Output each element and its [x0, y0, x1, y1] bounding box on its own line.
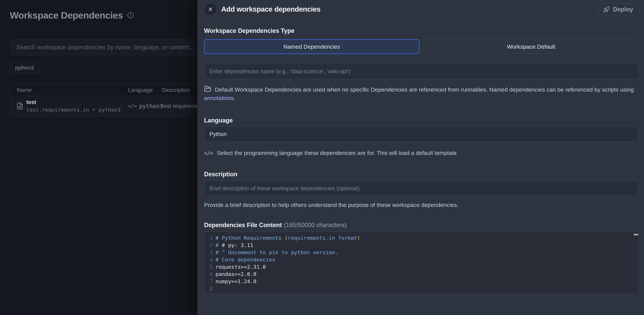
code-line: 5 requests>=2.31.0: [204, 263, 638, 270]
folder-open-icon: [204, 85, 212, 92]
rocket-icon: [603, 6, 610, 13]
language-select[interactable]: [204, 126, 638, 142]
description-input[interactable]: [204, 181, 638, 196]
deploy-button[interactable]: Deploy: [597, 3, 639, 15]
editor-scrollbar-thumb[interactable]: [634, 234, 638, 235]
page-title-row: Workspace Dependencies: [10, 10, 134, 21]
filter-chip-label: python3: [15, 65, 34, 71]
language-help-text: </>Select the programming language these…: [204, 149, 636, 157]
column-header-language[interactable]: Language: [128, 84, 153, 96]
line-number: 7: [204, 278, 213, 284]
table-row[interactable]: test test.requirements.in • python3 </> …: [10, 96, 197, 116]
workspace-dependencies-panel: Workspace Dependencies python3 Name Lang…: [0, 0, 197, 315]
dependencies-file-editor[interactable]: 1 # Python Requirements (requirements.in…: [204, 232, 638, 294]
dependency-meta: test.requirements.in • python3: [26, 107, 121, 113]
type-help-suffix: .: [234, 95, 235, 101]
line-number: 5: [204, 264, 213, 270]
character-counter: (165/50000 characters): [284, 222, 346, 229]
type-option-workspace-default[interactable]: Workspace Default: [424, 39, 639, 54]
close-button[interactable]: [204, 3, 217, 16]
line-number: 8: [204, 286, 213, 292]
dependency-language: python3: [139, 103, 162, 109]
description-section-label: Description: [204, 171, 238, 178]
type-section-label: Workspace Dependencies Type: [204, 27, 294, 34]
line-number: 6: [204, 271, 213, 277]
modal-body: Workspace Dependencies Type Named Depend…: [204, 18, 638, 315]
add-workspace-dependencies-modal: Add workspace dependencies Deploy Worksp…: [197, 0, 644, 315]
close-icon: [208, 7, 213, 12]
language-section-label: Language: [204, 117, 233, 124]
modal-title: Add workspace dependencies: [221, 0, 320, 18]
code-line: 7 numpy>=1.24.0: [204, 278, 638, 285]
content-section-label: Dependencies File Content: [204, 222, 282, 229]
code-icon: </>: [204, 150, 213, 156]
file-icon: [16, 102, 24, 110]
content-section-label-row: Dependencies File Content(165/50000 char…: [204, 222, 346, 229]
dependency-language-cell: </> python3: [128, 96, 162, 116]
filter-chip-python3[interactable]: python3: [10, 62, 39, 74]
code-line: 2 # # py: 3.11: [204, 241, 638, 249]
language-help-body: Select the programming language these de…: [217, 150, 458, 156]
line-number: 3: [204, 249, 213, 255]
column-header-description[interactable]: Description: [162, 84, 190, 96]
dependencies-name-input[interactable]: [204, 64, 638, 79]
code-line: 6 pandas>=2.0.0: [204, 270, 638, 278]
code-line: 1 # Python Requirements (requirements.in…: [204, 234, 638, 241]
type-option-named-dependencies[interactable]: Named Dependencies: [204, 39, 420, 54]
info-icon[interactable]: [127, 12, 134, 19]
table-header-row: Name Language Description: [10, 84, 197, 96]
annotations-link[interactable]: annotations: [204, 95, 234, 101]
code-line: 8: [204, 285, 638, 292]
deploy-button-label: Deploy: [613, 6, 633, 13]
type-help-text: Default Workspace Dependencies are used …: [204, 85, 636, 102]
modal-header: Add workspace dependencies Deploy: [197, 0, 644, 18]
line-number: 2: [204, 242, 213, 248]
code-line: 3 # ^ Uncomment to pin to python version…: [204, 249, 638, 256]
description-help-text: Provide a brief description to help othe…: [204, 201, 636, 209]
line-number: 4: [204, 257, 213, 263]
column-header-name[interactable]: Name: [17, 84, 32, 96]
dependency-description: test requiremen: [162, 96, 197, 116]
dependency-name: test: [26, 99, 36, 105]
type-help-body: Default Workspace Dependencies are used …: [215, 86, 634, 93]
code-line: 4 # Core dependencies: [204, 256, 638, 263]
line-number: 1: [204, 235, 213, 241]
type-toggle-group: Named Dependencies Workspace Default: [204, 39, 638, 54]
editor-scrollbar-track[interactable]: [634, 232, 638, 294]
search-input[interactable]: [10, 39, 197, 55]
code-icon: </>: [128, 103, 137, 109]
dependencies-table: Name Language Description test test.requ…: [10, 84, 197, 116]
page-title: Workspace Dependencies: [10, 10, 123, 21]
